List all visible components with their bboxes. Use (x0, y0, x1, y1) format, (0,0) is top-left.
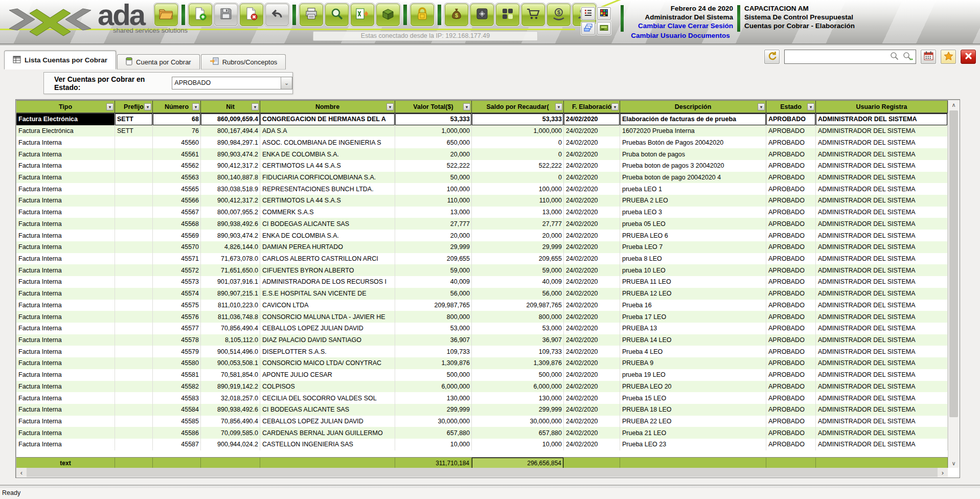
change-user-link[interactable]: Cambiar Usuario (631, 32, 686, 39)
toolbar-undo-button[interactable] (265, 4, 289, 26)
toolbar-new-document-button[interactable] (189, 4, 212, 26)
chevron-down-icon[interactable]: ⌄ (281, 77, 292, 89)
column-header-n-mero[interactable]: Número▾ (153, 101, 201, 112)
pixel-grid-button[interactable] (597, 7, 611, 20)
cell-valor-total: 1,309,876 (395, 357, 472, 369)
table-row[interactable]: Factura Interna 45580 900,053,508.1 CONS… (16, 357, 948, 369)
column-filter-icon[interactable]: ▾ (144, 103, 151, 110)
toolbar-preview-search-button[interactable] (325, 4, 349, 26)
column-header-nombre[interactable]: Nombre▾ (260, 101, 395, 112)
document-icon (126, 57, 132, 67)
toolbar-money-bag-button[interactable]: $ (445, 4, 468, 26)
search-icon[interactable] (890, 52, 899, 62)
table-row[interactable]: Factura Interna 45586 70,099,585.0 CARDE… (16, 427, 948, 439)
close-button[interactable] (961, 50, 976, 64)
toolbar-save-button[interactable] (214, 4, 238, 26)
logout-link[interactable]: Cerrar Sesión (688, 22, 733, 30)
refresh-button[interactable] (764, 50, 780, 64)
table-row[interactable]: Factura Interna 45576 811,036,748.8 CONS… (16, 311, 948, 323)
column-header-saldo-por-recaudar-[interactable]: Saldo por Recaudar(▾ (472, 101, 564, 112)
tab-rubros-conceptos[interactable]: Rubros/Conceptos (201, 54, 286, 70)
estado-dropdown[interactable]: APROBADO ⌄ (172, 77, 292, 89)
calendar-button[interactable] (921, 50, 936, 64)
column-header-tipo[interactable]: Tipo▾ (16, 101, 115, 112)
column-filter-icon[interactable]: ▾ (106, 103, 113, 110)
table-row[interactable]: Factura Interna 45574 890,907,215.1 E.S.… (16, 288, 948, 300)
table-row[interactable]: Factura Interna 45584 890,938,492.6 CI B… (16, 404, 948, 416)
scroll-left-icon[interactable]: ‹ (16, 468, 27, 477)
table-row[interactable]: Factura Interna 45575 811,010,223.0 CAVI… (16, 300, 948, 311)
column-header-estado[interactable]: Estado▾ (766, 101, 816, 112)
green-panel-button[interactable] (597, 22, 611, 35)
grid-totals-row: text311,710,184296,656,854 (16, 457, 948, 468)
scroll-down-icon[interactable]: ∨ (948, 459, 959, 468)
scroll-up-icon[interactable]: ∧ (948, 100, 959, 109)
toolbar-lock-button[interactable] (411, 4, 434, 26)
table-row[interactable]: Factura Electrónica SETT 68 860,009,659.… (16, 114, 948, 125)
table-row[interactable]: Factura Interna 45579 900,514,496.0 DISE… (16, 346, 948, 357)
toolbar-open-folder-button[interactable] (154, 4, 178, 26)
change-password-link[interactable]: Cambiar Clave (638, 22, 686, 30)
table-row[interactable]: Factura Interna 45569 890,903,474.2 ENKA… (16, 230, 948, 241)
table-row[interactable]: Factura Interna 45567 800,007,955.2 COMM… (16, 207, 948, 218)
table-row[interactable]: Factura Interna 45582 890,919,142.2 COLP… (16, 381, 948, 393)
search-input[interactable] (787, 51, 890, 62)
documents-link[interactable]: Documentos (688, 32, 730, 39)
toolbar-modules-grid-button[interactable] (496, 4, 519, 26)
horizontal-scroll-track[interactable] (27, 468, 938, 477)
column-header-nit[interactable]: Nit▾ (201, 101, 260, 112)
column-header-usuario-registra[interactable]: Usuario Registra (816, 101, 948, 112)
table-row[interactable]: Factura Electrónica SETT 76 800,167,494.… (16, 125, 948, 137)
column-header-valor-total-[interactable]: Valor Total($)▾ (395, 101, 472, 112)
report-list-button[interactable] (581, 7, 595, 20)
column-filter-icon[interactable]: ▾ (386, 103, 394, 110)
table-row[interactable]: Factura Interna 45565 830,038,518.9 REPR… (16, 183, 948, 195)
column-filter-icon[interactable]: ▾ (611, 103, 619, 110)
table-row[interactable]: Factura Interna 45583 32,018,257.0 CECIL… (16, 392, 948, 404)
column-header-descripci-n[interactable]: Descripción▾ (620, 101, 766, 112)
export-excel-icon (355, 7, 370, 22)
toolbar-export-package-button[interactable] (376, 4, 400, 26)
column-header-prefijo[interactable]: Prefijo▾ (115, 101, 153, 112)
column-filter-icon[interactable]: ▾ (252, 103, 259, 110)
table-row[interactable]: Factura Interna 45566 900,412,317.2 CERT… (16, 195, 948, 207)
horizontal-scrollbar[interactable]: ‹ › (16, 468, 948, 477)
cell-estado: APROBADO (766, 172, 816, 184)
table-row[interactable]: Factura Interna 45561 890,903,474.2 ENKA… (16, 148, 948, 160)
column-filter-icon[interactable]: ▾ (192, 103, 199, 110)
toolbar-safe-button[interactable] (470, 4, 494, 26)
toolbar-export-excel-button[interactable] (351, 4, 374, 26)
table-row[interactable]: Factura Interna 45560 890,984,297.1 ASOC… (16, 137, 948, 148)
column-header-f-elaboraci-[interactable]: F. Elaboració▾ (564, 101, 620, 112)
column-filter-icon[interactable]: ▾ (463, 103, 470, 110)
cascade-windows-button[interactable] (581, 22, 595, 35)
table-row[interactable]: Factura Interna 45573 901,037,916.1 ADMI… (16, 276, 948, 288)
toolbar-print-button[interactable] (300, 4, 323, 26)
scroll-right-icon[interactable]: › (938, 468, 948, 477)
table-row[interactable]: Factura Interna 45571 71,673,078.0 CARLO… (16, 253, 948, 265)
column-filter-icon[interactable]: ▾ (807, 103, 814, 110)
tab-cuenta-por-cobrar[interactable]: Cuenta por Cobrar (117, 54, 200, 70)
table-row[interactable]: Factura Interna 45585 70,856,490.4 CEBAL… (16, 416, 948, 427)
table-row[interactable]: Factura Interna 45570 4,826,144.0 DAMIAN… (16, 241, 948, 253)
table-row[interactable]: Factura Interna 45572 71,651,650.0 CIFUE… (16, 264, 948, 276)
vertical-scrollbar[interactable]: ∧ ∨ (948, 100, 959, 468)
column-header-label: Nombre (315, 103, 339, 110)
toolbar-delete-document-button[interactable] (240, 4, 263, 26)
favorite-button[interactable] (941, 50, 956, 64)
column-filter-icon[interactable]: ▾ (555, 103, 562, 110)
search-next-icon[interactable] (903, 52, 914, 62)
table-row[interactable]: Factura Interna 45587 900,944,024.2 CAST… (16, 439, 948, 450)
table-row[interactable]: Factura Interna 45568 890,938,492.6 CI B… (16, 218, 948, 230)
tab-label: Lista Cuentas por Cobrar (25, 56, 107, 64)
toolbar-eco-dollar-button[interactable]: $ (547, 4, 571, 26)
toolbar-shopping-cart-button[interactable] (521, 4, 545, 26)
table-row[interactable]: Factura Interna 45577 70,856,490.4 CEBAL… (16, 323, 948, 334)
table-row[interactable]: Factura Interna 45562 900,412,317.2 CERT… (16, 160, 948, 172)
column-filter-icon[interactable]: ▾ (758, 103, 765, 110)
table-row[interactable]: Factura Interna 45578 8,105,112.0 DIAZ P… (16, 334, 948, 346)
vertical-scroll-thumb[interactable] (949, 110, 958, 417)
tab-lista-cuentas-por-cobrar[interactable]: Lista Cuentas por Cobrar (4, 51, 116, 70)
table-row[interactable]: Factura Interna 45581 70,581,854.0 APONT… (16, 369, 948, 381)
table-row[interactable]: Factura Interna 45563 800,140,887.8 FIDU… (16, 172, 948, 184)
